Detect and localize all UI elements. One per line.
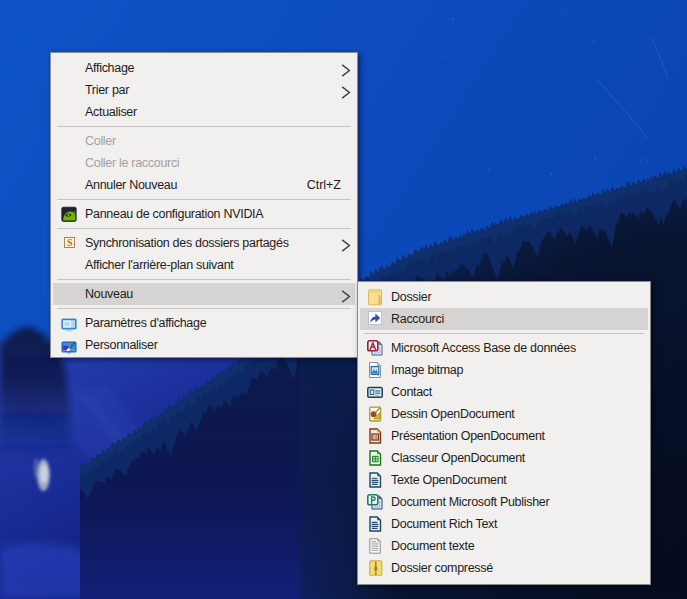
svg-text:S: S [67,237,73,248]
